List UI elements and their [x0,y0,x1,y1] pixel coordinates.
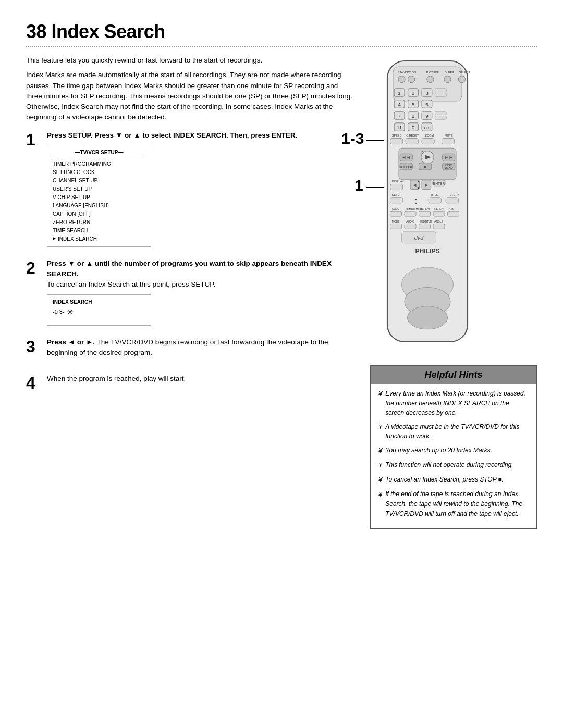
intro-paragraph1: This feature lets you quickly rewind or … [26,55,354,66]
remote-svg: STANDBY ON PICTURE SLEEP SELECT 1 2 3 CH… [370,55,485,353]
hint-text-3: You may search up to 20 Index Marks. [385,446,529,455]
svg-text:ZOOM: ZOOM [425,134,434,137]
svg-text:►: ► [424,182,429,188]
svg-text:ANGLE: ANGLE [434,220,443,223]
svg-text:2: 2 [412,90,415,96]
step-4-number: 4 [26,375,41,391]
svg-text:5: 5 [412,102,415,107]
svg-rect-48 [442,139,455,144]
hint-item-2: ¥ A videotape must be in the TV/VCR/DVD … [378,422,529,441]
hint-text-1: Every time an Index Mark (or recording) … [385,389,529,418]
svg-point-9 [444,76,451,83]
svg-text:SPEED: SPEED [392,134,402,137]
arrow-line-13 [366,140,384,141]
step-3-content: Press ◄ or ►. The TV/VCR/DVD begins rewi… [47,337,354,363]
svg-text:▲: ▲ [417,179,420,183]
index-search-value: -0 3- ✳ [53,307,145,317]
menu-item: CHANNEL SET UP [53,177,145,185]
step-2-normal: To cancel an Index Search at this point,… [47,280,215,288]
menu-item: ZERO RETURN [53,218,145,227]
svg-rect-87 [419,211,431,216]
svg-rect-33 [435,112,446,115]
svg-point-7 [408,76,415,83]
svg-rect-65 [390,184,403,190]
svg-text:STANDBY ON: STANDBY ON [398,71,416,74]
hint-bullet-4: ¥ [378,460,382,471]
svg-text:▲: ▲ [414,198,417,201]
svg-point-10 [458,76,465,83]
menu-title: —TV/VCR SETUP— [53,149,145,158]
menu-item: SETTING CLOCK [53,168,145,177]
step-2-number: 2 [26,260,41,276]
svg-text:6: 6 [425,102,429,107]
page-title: 38 Index Search [26,21,537,43]
step-4-instruction: When the program is reached, play will s… [47,374,354,384]
menu-item: LANGUAGE [ENGLISH] [53,202,145,210]
svg-text:REPEAT: REPEAT [434,208,444,211]
svg-text:REPEAT: REPEAT [420,208,430,211]
step-label-13: 1-3 [341,131,364,146]
svg-text:ENTER: ENTER [433,182,445,186]
svg-text:dvd: dvd [414,235,424,241]
svg-text:SETUP: SETUP [392,193,402,196]
svg-text:MUTE: MUTE [445,134,453,137]
svg-text:8: 8 [412,113,415,119]
svg-point-8 [427,76,434,83]
svg-rect-19 [435,93,446,97]
step-4-content: When the program is reached, play will s… [47,374,354,388]
helpful-hints-title: Helpful Hints [371,366,536,384]
hint-item-1: ¥ Every time an Index Mark (or recording… [378,389,529,418]
step-1-bold-text: Press SETUP. Press ▼ or ▲ to select INDE… [47,131,297,139]
svg-rect-89 [433,211,445,216]
svg-rect-81 [446,198,458,203]
step-4-block: 4 When the program is reached, play will… [26,374,354,391]
svg-text:C.RESET: C.RESET [406,134,419,137]
menu-item: TIMER PROGRAMMING [53,160,145,168]
svg-text:0: 0 [412,125,415,130]
step-2-bold: Press ▼ or ▲ until the number of program… [47,260,332,278]
svg-text:11: 11 [397,125,402,130]
helpful-hints-body: ¥ Every time an Index Mark (or recording… [371,384,536,528]
svg-text:1: 1 [398,90,401,96]
hint-bullet-6: ¥ [378,489,382,500]
step-3-block: 3 Press ◄ or ►. The TV/VCR/DVD begins re… [26,337,354,363]
menu-item-active: INDEX SEARCH [53,235,145,243]
brand-text: PHILIPS [415,248,439,255]
step-3-bold: Press ◄ or ►. [47,338,95,346]
main-layout: This feature lets you quickly rewind or … [26,55,537,529]
hint-bullet-5: ¥ [378,475,382,485]
svg-text:TITLE: TITLE [431,193,438,196]
section-divider [26,46,537,47]
svg-text:9: 9 [425,113,429,119]
step-1-number: 1 [26,131,41,148]
hint-item-4: ¥ This function will not operate during … [378,460,529,471]
svg-text:SELECT: SELECT [459,71,471,74]
step-2-block: 2 Press ▼ or ▲ until the number of progr… [26,258,354,326]
step-1-block: 1 Press SETUP. Press ▼ or ▲ to select IN… [26,130,354,247]
arrow-line-1 [366,187,384,188]
hint-item-5: ¥ To cancel an Index Search, press STOP … [378,475,529,485]
step-2-content: Press ▼ or ▲ until the number of program… [47,258,354,326]
svg-text:■: ■ [424,164,426,169]
step-1-menu-box: —TV/VCR SETUP— TIMER PROGRAMMING SETTING… [47,145,151,247]
helpful-hints-box: Helpful Hints ¥ Every time an Index Mark… [370,365,537,529]
hint-text-6: If the end of the tape is reached during… [385,489,529,519]
step-3-number: 3 [26,338,41,355]
intro-paragraph2: Index Marks are made automatically at th… [26,70,354,122]
index-search-label: INDEX SEARCH [53,299,145,305]
hint-bullet-2: ¥ [378,422,382,433]
svg-text:RECORD: RECORD [399,165,414,169]
menu-item: V-CHIP SET UP [53,193,145,202]
intro-text: This feature lets you quickly rewind or … [26,55,354,123]
svg-rect-85 [405,211,416,216]
svg-text:7: 7 [398,113,401,119]
svg-text:SUBTITLE: SUBTITLE [420,220,432,223]
svg-text:DISPLAY: DISPLAY [392,180,404,183]
svg-text:3: 3 [425,90,429,96]
menu-item: CAPTION [OFF] [53,210,145,218]
hint-text-5: To cancel an Index Search, press STOP ■. [385,475,529,485]
step-4-text: When the program is reached, play will s… [47,375,186,382]
menu-item: USER'S SET UP [53,185,145,193]
right-column: 1-3 1 STANDBY ON PICTURE SLEEP SELECT [370,55,537,529]
hint-item-6: ¥ If the end of the tape is reached duri… [378,489,529,519]
